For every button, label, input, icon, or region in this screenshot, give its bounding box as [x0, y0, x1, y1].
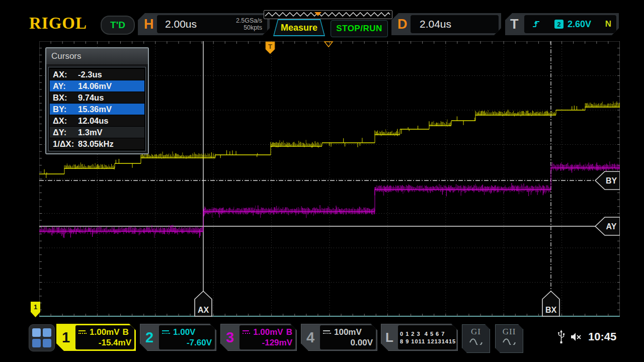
trigger-level-value: 2.60V: [568, 19, 591, 30]
usb-icon: [557, 330, 565, 344]
logic-row-8-15: 8 9 1011 12131415: [400, 338, 454, 344]
trigger-flag-label: T: [268, 43, 272, 50]
bandwidth-limit-badge: B: [123, 327, 129, 337]
rigol-logo: RIGOL: [29, 14, 87, 33]
channel-1-button[interactable]: 1 1.00mV B -15.4mV: [56, 324, 136, 351]
cursor-row-value: 1.3mV: [78, 128, 141, 137]
menu-square: [43, 328, 51, 337]
channel-offset: -129mV: [243, 338, 292, 349]
sine-icon: [468, 337, 484, 345]
cursor-row-label: AX:: [53, 70, 78, 79]
channel-offset: -7.60V: [162, 338, 212, 349]
cursor-row-ax: AX:-2.3us: [50, 69, 144, 80]
cursor-row-value: 14.06mV: [78, 81, 141, 91]
zigzag-waveform-strip: [264, 11, 391, 18]
acquisition-info: 2.5GSa/s 50kpts: [236, 17, 262, 31]
logic-channels-button[interactable]: L 0 1 2 3 4 5 6 7 8 9 1011 12131415: [381, 324, 458, 351]
cursor-row-label: ΔY:: [53, 128, 78, 137]
channel-3-number: 3: [220, 324, 239, 351]
d-label: D: [397, 13, 408, 35]
h-inner: 2.00us 2.5GSa/s 50kpts: [157, 15, 267, 33]
horizontal-reference-marker: [325, 42, 333, 47]
cursor-row-ay: AY:14.06mV: [50, 80, 144, 92]
cursor-row-label: 1/ΔX:: [53, 139, 78, 149]
cursor-row-label: BX:: [53, 93, 78, 103]
measure-button[interactable]: Measure: [273, 19, 325, 36]
generator-1-label: GI: [471, 327, 481, 337]
logic-channel-list: 0 1 2 3 4 5 6 7 8 9 1011 12131415: [398, 325, 456, 349]
waveform-record-bar[interactable]: [264, 10, 392, 19]
dc-coupling-icon: [78, 330, 87, 335]
cursor-row-value: 12.04us: [78, 116, 141, 126]
horizontal-timebase-button[interactable]: H 2.00us 2.5GSa/s 50kpts: [138, 13, 270, 35]
channel-2-number: 2: [140, 324, 159, 351]
trigger-button[interactable]: T 2 2.60V N: [505, 13, 619, 35]
timebase-value: 2.00us: [165, 18, 197, 30]
h-label: H: [144, 13, 154, 35]
cursor-ax-flag-label: AX: [198, 306, 209, 314]
sine-icon: [502, 337, 517, 345]
menu-square: [43, 339, 51, 347]
rising-edge-icon: [531, 19, 541, 29]
memory-depth: 50kpts: [236, 24, 262, 31]
channel-scale: 100mV: [334, 327, 362, 337]
menu-icon[interactable]: [29, 324, 55, 351]
cursor-row-value: 9.74us: [78, 93, 141, 103]
channel-4-button[interactable]: 4 100mV 0.00V: [301, 324, 377, 351]
oscilloscope-screen: RIGOL T'D H 2.00us 2.5GSa/s 50kpts Measu…: [0, 0, 644, 362]
channel-2-button[interactable]: 2 1.00V -7.60V: [140, 324, 216, 351]
cursor-row-dy: ΔY:1.3mV: [50, 127, 144, 138]
bandwidth-limit-badge: B: [286, 327, 292, 337]
channel-1-values: 1.00mV B -15.4mV: [75, 325, 134, 349]
generator-2-button[interactable]: GII: [495, 324, 523, 353]
delay-value: 2.04us: [420, 18, 451, 30]
generator-2-label: GII: [503, 327, 516, 337]
channel-scale: 1.00mV: [90, 327, 120, 337]
t-inner: 2 2.60V N: [524, 15, 616, 33]
cursor-by-flag-label: BY: [606, 176, 617, 185]
cursor-row-dx: ΔX:12.04us: [50, 115, 144, 126]
channel-3-button[interactable]: 3 1.00mV B -129mV: [220, 324, 297, 351]
channel-2-values: 1.00V -7.60V: [159, 325, 215, 349]
cursors-panel[interactable]: Cursors AX:-2.3us AY:14.06mV BX:9.74us B…: [45, 47, 149, 154]
speaker-muted-icon: [570, 331, 583, 342]
cursor-row-value: 15.36mV: [78, 105, 141, 114]
clock: 10:45: [588, 330, 616, 343]
dc-coupling-icon: [323, 330, 331, 335]
cursor-row-label: AY:: [53, 81, 78, 91]
trigger-source-badge: 2: [554, 20, 564, 29]
cursors-panel-title: Cursors: [46, 48, 148, 65]
channel-4-values: 100mV 0.00V: [320, 325, 376, 349]
cursor-bx-flag-label: BX: [545, 306, 557, 314]
cursor-row-label: BY:: [53, 105, 78, 114]
generator-1-button[interactable]: GI: [462, 324, 490, 353]
cursor-ay-flag-label: AY: [606, 222, 617, 231]
status-area: 10:45: [557, 327, 616, 347]
trigger-status-badge: T'D: [101, 16, 135, 35]
logic-row-0-7: 0 1 2 3 4 5 6 7: [400, 331, 454, 337]
dc-coupling-icon: [243, 330, 250, 335]
channel-scale: 1.00mV: [253, 327, 283, 337]
channel-4-number: 4: [301, 324, 320, 351]
channel-offset: 0.00V: [323, 338, 373, 349]
menu-square: [32, 328, 41, 337]
cursor-row-bx: BX:9.74us: [50, 92, 144, 103]
channel-offset: -15.4mV: [78, 338, 131, 349]
cursors-panel-body: AX:-2.3us AY:14.06mV BX:9.74us BY:15.36m…: [48, 67, 146, 151]
dc-coupling-icon: [162, 330, 170, 335]
sample-rate: 2.5GSa/s: [236, 17, 262, 24]
stop-run-label: STOP/RUN: [336, 24, 382, 34]
cursor-row-by: BY:15.36mV: [50, 104, 144, 115]
menu-square: [32, 339, 41, 347]
channel-3-values: 1.00mV B -129mV: [239, 325, 295, 349]
logic-label: L: [381, 324, 398, 351]
cursor-row-label: ΔX:: [53, 116, 78, 126]
cursor-row-value: -2.3us: [78, 70, 141, 79]
measure-label: Measure: [281, 23, 317, 33]
delay-button[interactable]: D 2.04us: [391, 13, 501, 35]
channel-scale: 1.00V: [173, 327, 195, 337]
cursor-row-value: 83.05kHz: [78, 139, 141, 149]
stop-run-button[interactable]: STOP/RUN: [331, 20, 388, 37]
trigger-mode: N: [605, 19, 611, 29]
channel-1-number: 1: [56, 324, 75, 351]
